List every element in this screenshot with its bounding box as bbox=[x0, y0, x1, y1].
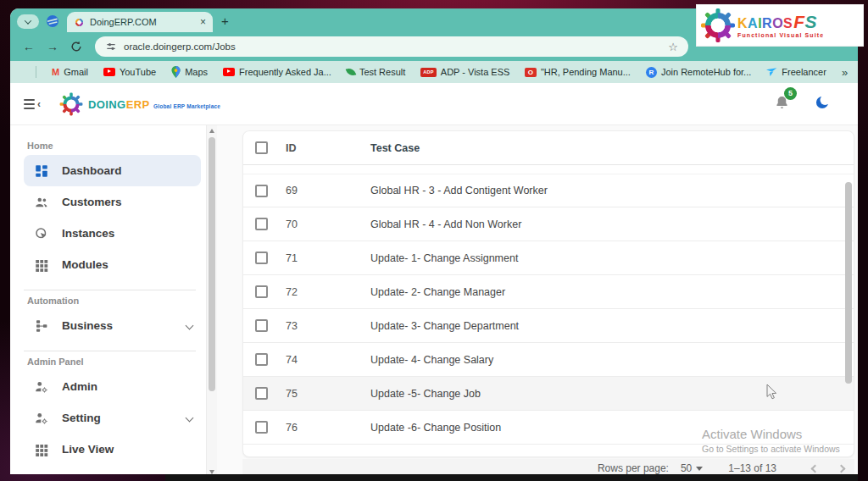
sidebar-item-instances[interactable]: Instances bbox=[24, 218, 201, 249]
sidebar-item-modules[interactable]: Modules bbox=[24, 249, 201, 280]
cell-test-case: Update- 4- Change Salary bbox=[370, 354, 493, 366]
address-bar[interactable]: oracle.doingerp.com/Jobs ☆ bbox=[95, 36, 688, 57]
cell-test-case: Update -6- Change Position bbox=[370, 422, 501, 434]
main-content: ID Test Case 69 Global HR - 3 - Add Cont… bbox=[217, 125, 858, 474]
bookmark-maps[interactable]: Maps bbox=[171, 66, 208, 78]
sidebar-collapse-button[interactable]: ‹ bbox=[24, 98, 41, 110]
cell-id: 69 bbox=[286, 185, 353, 196]
adp-icon: ADP bbox=[420, 68, 437, 77]
table-row[interactable]: 70 Global HR - 4 - Add Non Worker bbox=[243, 207, 854, 241]
menu-icon bbox=[24, 99, 35, 109]
sidebar-item-customers[interactable]: Customers bbox=[24, 186, 201, 218]
table-row[interactable]: 72 Update- 2- Change Manager bbox=[243, 275, 854, 309]
sidebar-item-label: Modules bbox=[62, 258, 108, 271]
column-header-id: ID bbox=[286, 142, 353, 154]
cell-id: 71 bbox=[286, 252, 353, 264]
divider bbox=[24, 351, 196, 351]
pagination-range: 1–13 of 13 bbox=[728, 462, 776, 474]
row-checkbox[interactable] bbox=[255, 218, 268, 230]
cell-id: 72 bbox=[286, 286, 353, 298]
logo-subtitle: Global ERP Marketplace bbox=[153, 103, 220, 109]
row-checkbox[interactable] bbox=[255, 285, 268, 298]
table-row[interactable]: 69 Global HR - 3 - Add Contigent Worker bbox=[243, 174, 854, 207]
row-checkbox[interactable] bbox=[255, 353, 268, 366]
cell-id: 74 bbox=[286, 354, 353, 366]
cell-test-case: Update- 2- Change Manager bbox=[370, 286, 505, 298]
bookmark-star-icon[interactable]: ☆ bbox=[668, 41, 678, 53]
new-tab-button[interactable]: + bbox=[221, 14, 229, 28]
tab-favicon-gear-icon bbox=[74, 17, 85, 28]
previous-page-button[interactable] bbox=[811, 464, 820, 473]
cell-id: 76 bbox=[286, 422, 353, 434]
row-checkbox[interactable] bbox=[255, 319, 268, 332]
kairosfs-watermark-logo: K A I R O S F S Functional Visual Suite bbox=[697, 5, 863, 46]
chevron-down-icon bbox=[25, 17, 31, 24]
rows-per-page-select[interactable]: 50 bbox=[681, 462, 703, 474]
sidebar-item-dashboard[interactable]: Dashboard bbox=[24, 155, 201, 186]
sidebar: Home Dashboard bbox=[10, 125, 206, 474]
browser-tab-doingerp[interactable]: DoingERP.COM × bbox=[67, 12, 213, 32]
tab-search-button[interactable] bbox=[17, 14, 39, 29]
notifications-button[interactable]: 5 bbox=[774, 94, 790, 114]
bookmark-test-result[interactable]: Test Result bbox=[347, 67, 405, 77]
dark-mode-toggle[interactable] bbox=[814, 94, 831, 114]
scroll-up-arrow[interactable] bbox=[209, 129, 214, 133]
bookmarks-overflow-button[interactable]: » bbox=[842, 66, 848, 79]
table-row[interactable]: 74 Update- 4- Change Salary bbox=[243, 343, 854, 377]
sidebar-item-setting[interactable]: Setting bbox=[24, 402, 201, 434]
bookmark-hr-pending[interactable]: O "HR, Pending Manu... bbox=[525, 67, 631, 77]
select-all-checkbox[interactable] bbox=[255, 141, 268, 154]
target-click-icon bbox=[34, 226, 49, 241]
table-row[interactable]: 71 Update- 1- Change Assignment bbox=[243, 241, 854, 275]
doingerp-logo[interactable]: DOINGERP Global ERP Marketplace bbox=[59, 92, 220, 116]
bookmark-frequently-asked[interactable]: Frequently Asked Ja... bbox=[223, 67, 331, 77]
row-checkbox[interactable] bbox=[255, 185, 268, 197]
back-button[interactable]: ← bbox=[19, 36, 39, 57]
table-pagination: Rows per page: 50 1–13 of 13 bbox=[242, 459, 854, 474]
logo-letter: R bbox=[762, 17, 772, 30]
scrollbar-thumb[interactable] bbox=[209, 137, 215, 391]
sidebar-item-live-view[interactable]: Live View bbox=[24, 434, 201, 465]
bookmark-youtube[interactable]: YouTube bbox=[103, 67, 156, 77]
bookmark-gmail[interactable]: M Gmail bbox=[52, 67, 88, 77]
divider bbox=[24, 290, 196, 290]
rows-per-page-label: Rows per page: bbox=[598, 462, 669, 474]
bookmark-freelancer[interactable]: Freelancer bbox=[766, 67, 826, 77]
app-header: ‹ bbox=[10, 83, 858, 125]
logo-text-doing: DOING bbox=[88, 98, 126, 111]
activate-windows-watermark: Activate Windows Go to Settings to activ… bbox=[702, 427, 840, 454]
sidebar-item-admin[interactable]: Admin bbox=[24, 371, 201, 402]
flow-icon bbox=[34, 318, 49, 334]
sidebar-section-admin-panel: Admin Panel bbox=[27, 357, 201, 367]
reload-icon bbox=[70, 41, 82, 53]
kairosfs-gear-icon bbox=[701, 8, 735, 42]
gmail-icon: M bbox=[52, 67, 59, 77]
youtube-icon bbox=[223, 68, 235, 76]
chevron-down-icon bbox=[186, 414, 194, 423]
table-header-row: ID Test Case bbox=[243, 131, 854, 165]
row-checkbox[interactable] bbox=[255, 421, 268, 434]
bookmark-remotehub[interactable]: R Join RemoteHub for... bbox=[646, 67, 751, 78]
table-row[interactable]: 73 Update- 3- Change Department bbox=[243, 309, 854, 343]
rows-per-page-value: 50 bbox=[681, 462, 692, 474]
browser-logo-icon bbox=[46, 14, 59, 28]
table-row[interactable]: 75 Update -5- Change Job bbox=[243, 377, 854, 411]
tab-close-icon[interactable]: × bbox=[200, 17, 206, 27]
oracle-icon: O bbox=[525, 68, 537, 77]
table-scrollbar-thumb[interactable] bbox=[845, 182, 852, 384]
cell-test-case: Update- 3- Change Department bbox=[370, 320, 519, 332]
sidebar-item-business[interactable]: Business bbox=[24, 310, 201, 341]
logo-letter: S bbox=[805, 13, 818, 30]
next-page-button[interactable] bbox=[837, 464, 846, 473]
row-checkbox[interactable] bbox=[255, 387, 268, 400]
forward-button[interactable]: → bbox=[42, 36, 63, 57]
chevron-down-icon bbox=[186, 322, 194, 330]
logo-letter: A bbox=[748, 17, 758, 30]
collapse-arrow-icon: ‹ bbox=[37, 98, 41, 110]
bookmark-adp[interactable]: ADP ADP - Vista ESS bbox=[420, 67, 509, 77]
row-checkbox[interactable] bbox=[255, 252, 268, 264]
sidebar-scrollbar[interactable] bbox=[206, 125, 217, 474]
reload-button[interactable] bbox=[66, 36, 86, 57]
sidebar-item-label: Instances bbox=[62, 227, 114, 240]
remotehub-icon: R bbox=[646, 67, 657, 78]
